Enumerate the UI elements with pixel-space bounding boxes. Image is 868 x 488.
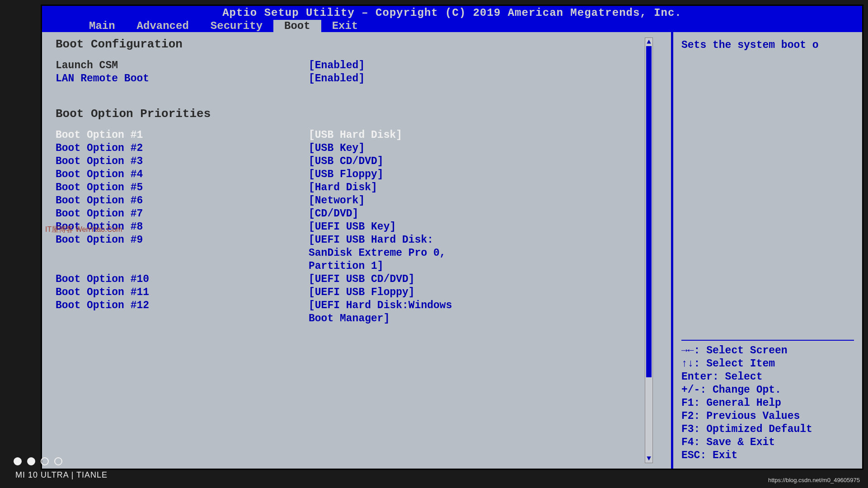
- boot-option-label: Boot Option #1: [56, 129, 309, 142]
- help-panel: Sets the system boot o →←: Select Screen…: [672, 32, 862, 469]
- bios-screen: Aptio Setup Utility – Copyright (C) 2019…: [41, 5, 863, 470]
- boot-option-label: Boot Option #2: [56, 142, 309, 155]
- camera-dots: [14, 457, 62, 465]
- boot-option-value: [USB Hard Disk]: [309, 129, 402, 142]
- boot-option-label: Boot Option #7: [56, 207, 309, 221]
- boot-option-value: [USB CD/DVD]: [309, 155, 384, 168]
- dot-icon: [41, 457, 49, 465]
- section-boot-priorities: Boot Option Priorities: [56, 107, 640, 121]
- boot-option-value: [USB Floppy]: [309, 168, 384, 181]
- boot-option-row[interactable]: Boot Option #10[UEFI USB CD/DVD]: [56, 273, 640, 286]
- tab-bar: Main Advanced Security Boot Exit: [42, 20, 862, 32]
- dot-icon: [14, 457, 22, 465]
- boot-option-label: Boot Option #4: [56, 168, 309, 181]
- key-hint: +/-: Change Opt.: [681, 384, 854, 397]
- dot-icon: [54, 457, 62, 465]
- tab-advanced[interactable]: Advanced: [126, 20, 200, 32]
- setting-label: Launch CSM: [56, 59, 309, 72]
- scroll-thumb[interactable]: [646, 46, 652, 377]
- key-hint: F4: Save & Exit: [681, 436, 854, 449]
- setting-value: [Enabled]: [309, 72, 365, 85]
- phone-watermark: MI 10 ULTRA | TIANLE: [15, 470, 108, 480]
- boot-option-value: [UEFI Hard Disk:Windows Boot Manager]: [309, 299, 471, 325]
- setting-label: LAN Remote Boot: [56, 72, 309, 85]
- boot-option-label: Boot Option #12: [56, 299, 309, 325]
- setting-launch-csm[interactable]: Launch CSM [Enabled]: [56, 59, 640, 72]
- help-description: Sets the system boot o: [681, 38, 854, 340]
- boot-option-label: Boot Option #10: [56, 273, 309, 286]
- boot-option-row[interactable]: Boot Option #12[UEFI Hard Disk:Windows B…: [56, 299, 640, 325]
- boot-option-label: Boot Option #6: [56, 194, 309, 207]
- boot-option-row[interactable]: Boot Option #2[USB Key]: [56, 142, 640, 155]
- key-hint: →←: Select Screen: [681, 344, 854, 357]
- boot-option-row[interactable]: Boot Option #9[UEFI USB Hard Disk: SanDi…: [56, 234, 640, 273]
- boot-option-label: Boot Option #3: [56, 155, 309, 168]
- main-panel: Boot Configuration Launch CSM [Enabled] …: [42, 32, 672, 469]
- section-boot-config: Boot Configuration: [56, 38, 640, 51]
- setting-lan-remote-boot[interactable]: LAN Remote Boot [Enabled]: [56, 72, 640, 85]
- boot-option-row[interactable]: Boot Option #7[CD/DVD]: [56, 207, 640, 221]
- key-hint: F3: Optimized Default: [681, 423, 854, 436]
- key-help: →←: Select Screen↑↓: Select ItemEnter: S…: [681, 340, 854, 462]
- boot-option-row[interactable]: Boot Option #6[Network]: [56, 194, 640, 207]
- watermark-blog: IT屋博客 WenYtao.Com: [45, 225, 122, 235]
- boot-option-value: [UEFI USB Hard Disk: SanDisk Extreme Pro…: [309, 234, 471, 273]
- scrollbar[interactable]: ▲ ▼: [645, 38, 653, 463]
- scroll-down-icon[interactable]: ▼: [645, 455, 652, 463]
- scroll-up-icon[interactable]: ▲: [645, 38, 652, 46]
- boot-option-value: [USB Key]: [309, 142, 365, 155]
- boot-option-value: [CD/DVD]: [309, 207, 358, 221]
- boot-option-label: Boot Option #5: [56, 181, 309, 194]
- key-hint: F2: Previous Values: [681, 410, 854, 423]
- key-hint: ESC: Exit: [681, 449, 854, 462]
- boot-option-value: [UEFI USB Floppy]: [309, 286, 415, 299]
- boot-option-value: [UEFI USB CD/DVD]: [309, 273, 415, 286]
- tab-security[interactable]: Security: [200, 20, 273, 32]
- boot-option-row[interactable]: Boot Option #5[Hard Disk]: [56, 181, 640, 194]
- key-hint: Enter: Select: [681, 371, 854, 384]
- url-watermark: https://blog.csdn.net/m0_49605975: [768, 477, 860, 483]
- boot-option-value: [Network]: [309, 194, 365, 207]
- dot-icon: [27, 457, 35, 465]
- title-bar: Aptio Setup Utility – Copyright (C) 2019…: [42, 6, 862, 20]
- setting-value: [Enabled]: [309, 59, 365, 72]
- tab-boot[interactable]: Boot: [273, 20, 321, 32]
- tab-main[interactable]: Main: [78, 20, 126, 32]
- boot-option-row[interactable]: Boot Option #8[UEFI USB Key]: [56, 221, 640, 234]
- key-hint: ↑↓: Select Item: [681, 357, 854, 371]
- boot-option-label: Boot Option #11: [56, 286, 309, 299]
- content-area: Boot Configuration Launch CSM [Enabled] …: [42, 32, 862, 469]
- key-hint: F1: General Help: [681, 397, 854, 410]
- tab-exit[interactable]: Exit: [321, 20, 369, 32]
- boot-option-label: Boot Option #9: [56, 234, 309, 273]
- boot-option-row[interactable]: Boot Option #3[USB CD/DVD]: [56, 155, 640, 168]
- boot-option-row[interactable]: Boot Option #4[USB Floppy]: [56, 168, 640, 181]
- boot-option-row[interactable]: Boot Option #11[UEFI USB Floppy]: [56, 286, 640, 299]
- boot-option-value: [UEFI USB Key]: [309, 221, 396, 234]
- boot-option-row[interactable]: Boot Option #1[USB Hard Disk]: [56, 129, 640, 142]
- boot-option-value: [Hard Disk]: [309, 181, 377, 194]
